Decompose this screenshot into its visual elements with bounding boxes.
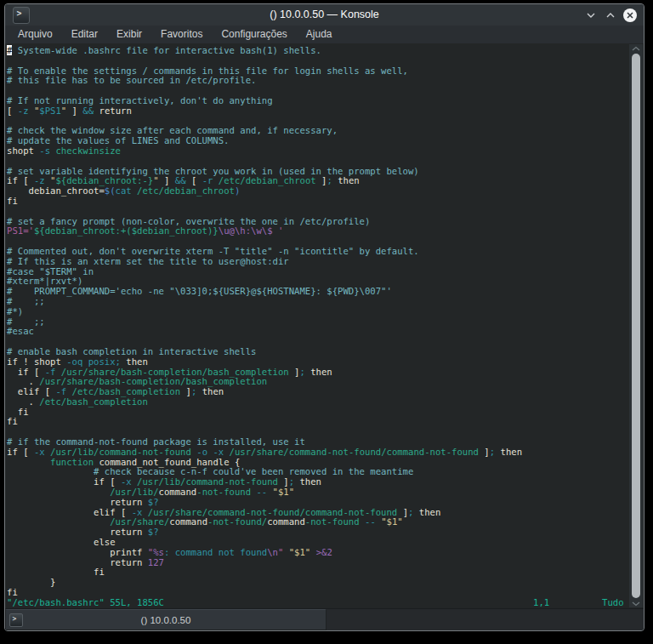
- close-button[interactable]: [623, 9, 637, 22]
- title-bar[interactable]: > () 10.0.0.50 — Konsole: [5, 4, 644, 26]
- close-icon: [626, 11, 634, 20]
- terminal-line: shopt -s checkwinsize: [7, 146, 628, 157]
- tab-bar-empty-space[interactable]: [326, 609, 644, 630]
- tab-label: () 10.0.0.50: [6, 615, 326, 625]
- menu-item-exibir[interactable]: Exibir: [107, 26, 151, 43]
- menu-bar: ArquivoEditarExibirFavoritosConfiguraçõe…: [5, 26, 644, 43]
- terminal-area[interactable]: # System-wide .bashrc file for interacti…: [5, 43, 644, 608]
- terminal-line: fi: [7, 407, 628, 418]
- terminal-line: }: [7, 578, 628, 588]
- menu-item-favoritos[interactable]: Favoritos: [151, 26, 212, 43]
- scroll-down-button[interactable]: [629, 599, 643, 607]
- scroll-up-button[interactable]: [629, 44, 643, 53]
- konsole-window: > () 10.0.0.50 — Konsole ArquivoEditarEx…: [4, 3, 644, 631]
- status-file-info: "/etc/bash.bashrc" 55L, 1856C: [7, 597, 164, 607]
- terminal-line: fi: [7, 417, 628, 427]
- terminal-icon: >: [9, 613, 23, 627]
- menu-item-configuracoes[interactable]: Configurações: [212, 26, 296, 43]
- terminal-line: # ;;: [7, 317, 628, 328]
- terminal-line: #esac: [7, 327, 628, 337]
- terminal-line: # this file has to be sourced in /etc/pr…: [7, 76, 628, 86]
- menu-item-arquivo[interactable]: Arquivo: [9, 26, 62, 43]
- tab-session-1[interactable]: > () 10.0.0.50: [5, 609, 326, 630]
- window-controls: [584, 4, 637, 26]
- terminal-line: fi: [7, 197, 628, 207]
- window-title: () 10.0.0.50 — Konsole: [5, 4, 644, 26]
- terminal-line: #*): [7, 307, 628, 317]
- terminal-line: # If this is an xterm set the title to u…: [7, 257, 628, 267]
- minimize-button[interactable]: [584, 9, 598, 22]
- terminal-line: # System-wide .bashrc file for interacti…: [7, 46, 628, 56]
- terminal-line: [ -z "$PS1" ] && return: [7, 106, 628, 117]
- tab-bar: > () 10.0.0.50: [5, 608, 644, 630]
- chevron-down-icon: [586, 10, 596, 20]
- menu-item-editar[interactable]: Editar: [62, 26, 107, 43]
- vim-status-line: "/etc/bash.bashrc" 55L, 1856C1,1Tudo: [7, 598, 628, 608]
- chevron-up-icon: [605, 10, 616, 20]
- terminal-line: #case "$TERM" in: [7, 267, 628, 277]
- status-cursor-position: 1,1: [533, 598, 549, 608]
- chevron-down-icon: [632, 601, 640, 607]
- status-scroll-position: Tudo: [602, 598, 624, 608]
- terminal-line: . /etc/bash_completion: [7, 397, 628, 407]
- terminal-line: # PROMPT_COMMAND='echo -ne "\033]0;${USE…: [7, 287, 628, 297]
- terminal-line: debian_chroot=$(cat /etc/debian_chroot): [7, 186, 628, 197]
- terminal-line: # ;;: [7, 297, 628, 307]
- scrollbar-thumb[interactable]: [632, 54, 640, 598]
- terminal-prompt-glyph: >: [13, 616, 17, 623]
- terminal-line: PS1='${debian_chroot:+($debian_chroot)}\…: [7, 226, 628, 237]
- maximize-button[interactable]: [604, 9, 617, 22]
- terminal-text: # System-wide .bashrc file for interacti…: [7, 46, 628, 608]
- chevron-up-icon: [632, 46, 640, 52]
- terminal-line: fi: [7, 567, 628, 578]
- scrollbar[interactable]: [629, 44, 643, 607]
- menu-item-ajuda[interactable]: Ajuda: [297, 26, 342, 43]
